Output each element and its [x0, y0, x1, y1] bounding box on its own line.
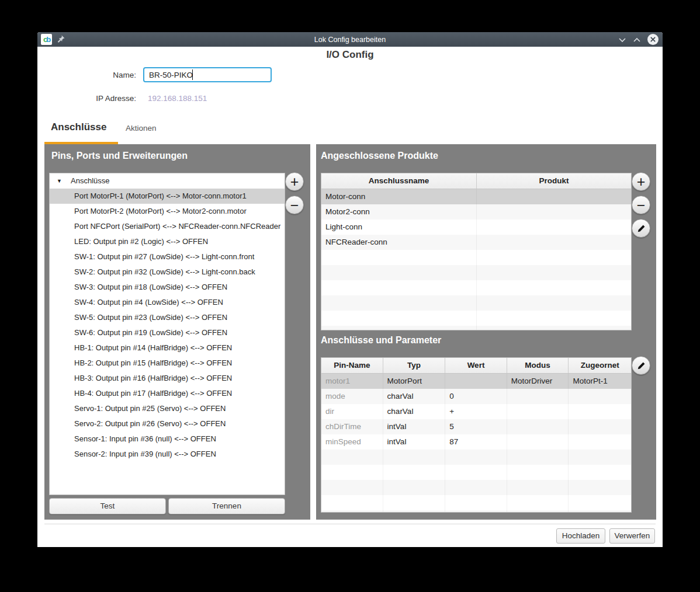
maximize-icon[interactable] [633, 34, 641, 45]
remove-pin-button[interactable]: − [285, 196, 304, 214]
products-table[interactable]: AnschlussnameProduktMotor-connMotor2-con… [321, 173, 632, 330]
cell [477, 204, 631, 220]
cell: intVal [383, 434, 446, 450]
add-product-button[interactable]: + [632, 172, 650, 191]
table-empty-row[interactable] [321, 280, 631, 295]
cell [445, 510, 507, 513]
column-header[interactable]: Anschlussname [321, 173, 477, 189]
cell [507, 389, 569, 404]
cell [383, 480, 446, 495]
tree-item[interactable]: Port NFCPort (SerialPort) <--> NFCReader… [50, 219, 285, 234]
column-header[interactable]: Modus [507, 358, 569, 373]
cell: mode [321, 389, 383, 404]
tree-item[interactable]: Sensor-1: Input pin #36 (null) <--> OFFE… [50, 431, 285, 447]
cell [477, 295, 631, 311]
tree-item[interactable]: Servo-1: Output pin #25 (Servo) <--> OFF… [50, 401, 285, 416]
tree-item[interactable]: Servo-2: Output pin #26 (Servo) <--> OFF… [50, 416, 285, 431]
tree-item[interactable]: HB-3: Output pin #16 (HalfBridge) <--> O… [50, 371, 285, 386]
tree-item[interactable]: SW-3: Output pin #18 (LowSide) <--> OFFE… [50, 280, 285, 295]
page-title: I/O Config [37, 49, 663, 61]
column-header[interactable]: Pin-Name [321, 358, 383, 373]
table-empty-row[interactable] [321, 326, 631, 330]
table-empty-row[interactable] [321, 295, 631, 311]
cell [445, 495, 507, 510]
pin-icon[interactable] [57, 34, 65, 45]
name-label: Name: [37, 71, 136, 79]
cell: 87 [445, 434, 507, 450]
cell [321, 480, 383, 495]
table-row[interactable]: NFCReader-conn [321, 235, 631, 250]
table-empty-row[interactable] [321, 250, 631, 265]
table-row[interactable]: motor1MotorPortMotorDriverMotorPt-1 [321, 374, 631, 389]
table-empty-row[interactable] [321, 265, 631, 280]
table-empty-row[interactable] [321, 480, 631, 495]
discard-button[interactable]: Verwerfen [609, 528, 655, 544]
cell [569, 389, 631, 404]
tree-item[interactable]: LED: Output pin #2 (Logic) <--> OFFEN [50, 234, 285, 249]
table-row[interactable]: modecharVal0 [321, 389, 631, 404]
table-row[interactable]: Motor-conn [321, 189, 631, 204]
tree-item[interactable]: Sensor-2: Input pin #39 (null) <--> OFFE… [50, 447, 285, 462]
column-header[interactable]: Produkt [477, 173, 631, 189]
titlebar[interactable]: cb Lok Config bearbeiten [37, 32, 663, 47]
table-empty-row[interactable] [321, 495, 631, 510]
table-row[interactable]: dircharVal+ [321, 404, 631, 419]
shade-icon[interactable] [618, 34, 626, 45]
tree-item[interactable]: HB-1: Output pin #14 (HalfBridge) <--> O… [50, 340, 285, 356]
plus-icon: + [290, 173, 299, 190]
products-params-panel: Angeschlossene Produkte AnschlussnamePro… [316, 144, 656, 520]
name-input[interactable] [143, 67, 272, 82]
edit-product-button[interactable] [632, 219, 650, 238]
tree-item[interactable]: SW-2: Output pin #32 (LowSide) <--> Ligh… [50, 264, 285, 280]
tab-anschluesse[interactable]: Anschlüsse [51, 121, 106, 133]
table-empty-row[interactable] [321, 465, 631, 480]
params-table[interactable]: Pin-NameTypWertModusZugeornetmotor1Motor… [321, 357, 632, 513]
table-empty-row[interactable] [321, 510, 631, 513]
column-header[interactable]: Zugeornet [569, 358, 631, 373]
tree-item[interactable]: SW-4: Output pin #4 (LowSide) <--> OFFEN [50, 295, 285, 310]
cell: Light-conn [321, 220, 477, 235]
add-pin-button[interactable]: + [285, 172, 304, 191]
cell [569, 450, 631, 465]
disconnect-button[interactable]: Trennen [168, 498, 285, 514]
close-button[interactable] [647, 34, 659, 45]
cell: motor1 [321, 374, 383, 389]
table-row[interactable]: minSpeedintVal87 [321, 434, 631, 450]
tree-item[interactable]: Port MotorPt-2 (MotorPort) <--> Motor2-c… [50, 204, 285, 219]
tree-root[interactable]: ▼ Anschlüsse [50, 173, 285, 189]
cell [477, 189, 631, 204]
cell [445, 374, 507, 389]
cell [321, 295, 477, 311]
tab-aktionen[interactable]: Aktionen [126, 124, 157, 133]
table-row[interactable]: Light-conn [321, 220, 631, 235]
column-header[interactable]: Typ [383, 358, 446, 373]
cell [569, 434, 631, 450]
tree-item[interactable]: HB-4: Output pin #17 (HalfBridge) <--> O… [50, 386, 285, 401]
column-header[interactable]: Wert [445, 358, 507, 373]
upload-button[interactable]: Hochladen [556, 528, 605, 544]
collapse-triangle-icon[interactable]: ▼ [57, 173, 62, 189]
edit-param-button[interactable] [632, 356, 650, 375]
cell: charVal [383, 389, 446, 404]
table-empty-row[interactable] [321, 311, 631, 326]
table-row[interactable]: chDirTimeintVal5 [321, 419, 631, 434]
pins-ports-panel-title: Pins, Ports und Erweiterungen [51, 151, 188, 161]
tree-item[interactable]: SW-6: Output pin #19 (LowSide) <--> OFFE… [50, 325, 285, 340]
cell [477, 220, 631, 235]
cell: chDirTime [321, 419, 383, 434]
tree-item[interactable]: Port MotorPt-1 (MotorPort) <--> Motor-co… [50, 189, 285, 204]
tree-item[interactable]: SW-1: Output pin #27 (LowSide) <--> Ligh… [50, 249, 285, 264]
table-header: AnschlussnameProdukt [321, 173, 631, 189]
tree-item[interactable]: SW-5: Output pin #23 (LowSide) <--> OFFE… [50, 310, 285, 325]
cell: 5 [445, 419, 507, 434]
tree-item[interactable]: HB-2: Output pin #15 (HalfBridge) <--> O… [50, 356, 285, 371]
tree-root-label: Anschlüsse [71, 176, 109, 185]
remove-product-button[interactable]: − [632, 196, 650, 214]
cell: MotorPt-1 [569, 374, 631, 389]
connections-tree[interactable]: ▼ Anschlüsse Port MotorPt-1 (MotorPort) … [49, 173, 285, 495]
table-empty-row[interactable] [321, 450, 631, 465]
lok-config-dialog: cb Lok Config bearbeiten I/O Config Na [37, 32, 663, 547]
footer-divider [44, 524, 656, 524]
table-row[interactable]: Motor2-conn [321, 204, 631, 220]
test-button[interactable]: Test [49, 498, 166, 514]
